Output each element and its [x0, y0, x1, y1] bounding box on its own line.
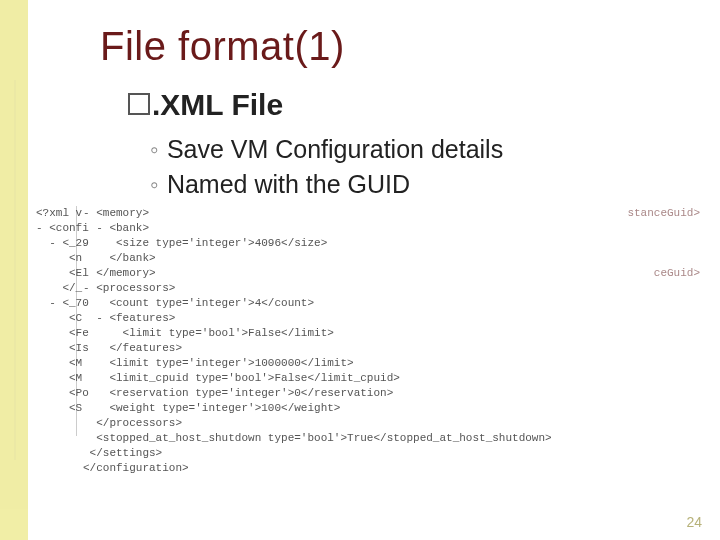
code-column-center: - <memory> - <bank> <size type='integer'…	[83, 206, 608, 436]
bullet-list: ◦Save VM Configuration details ◦Named wi…	[150, 132, 503, 202]
code-column-right: stanceGuid> ceGuid>	[614, 206, 700, 436]
list-item: ◦Named with the GUID	[150, 167, 503, 202]
list-item: ◦Save VM Configuration details	[150, 132, 503, 167]
ring-bullet-icon: ◦	[150, 135, 159, 163]
code-column-left: <?xml v - <confi - <_29 <n <El </_ - <_7…	[36, 206, 77, 436]
accent-bar	[0, 0, 28, 540]
subtitle-text: XML File	[160, 88, 283, 121]
slide-subtitle: .XML File	[128, 88, 283, 122]
page-number: 24	[686, 514, 702, 530]
slide-title: File format(1)	[100, 24, 345, 69]
square-bullet-icon	[128, 93, 150, 115]
list-item-text: Save VM Configuration details	[167, 135, 503, 163]
slide: File format(1) .XML File ◦Save VM Config…	[0, 0, 720, 540]
list-item-text: Named with the GUID	[167, 170, 410, 198]
code-snippet: <?xml v - <confi - <_29 <n <El </_ - <_7…	[36, 206, 700, 436]
ring-bullet-icon: ◦	[150, 170, 159, 198]
